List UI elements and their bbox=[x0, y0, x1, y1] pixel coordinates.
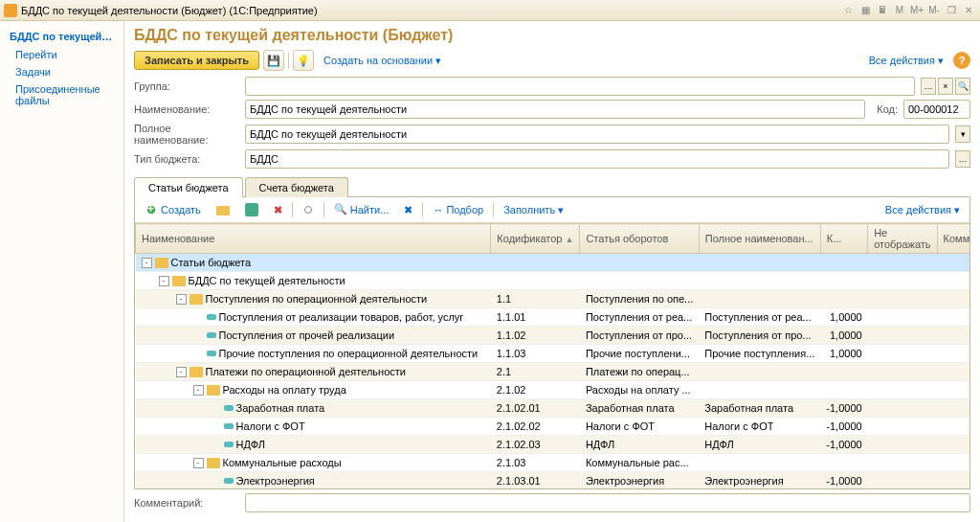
cell-full: Налоги с ФОТ bbox=[699, 418, 820, 436]
sidebar-item-tasks[interactable]: Задачи bbox=[0, 63, 123, 80]
table-row[interactable]: Заработная плата2.1.02.01Заработная плат… bbox=[136, 399, 970, 418]
row-name: Поступления по операционной деятельности bbox=[206, 293, 428, 305]
row-name: Поступления от реализации товаров, работ… bbox=[219, 311, 464, 323]
fullname-input[interactable] bbox=[245, 125, 949, 144]
table-row[interactable]: Поступления от прочей реализации1.1.02По… bbox=[136, 327, 970, 345]
titlebar: БДДС по текущей деятельности (Бюджет) (1… bbox=[0, 0, 980, 21]
leaf-icon bbox=[207, 351, 216, 356]
cell-full bbox=[699, 363, 820, 381]
grid-edit-button[interactable] bbox=[239, 201, 264, 218]
budget-type-input[interactable] bbox=[245, 149, 949, 169]
grid-delete-button[interactable]: ✖ bbox=[268, 202, 288, 218]
tb-icon-3[interactable]: 🖩 bbox=[875, 3, 890, 18]
all-actions-button[interactable]: Все действия ▾ bbox=[863, 52, 949, 70]
budget-type-select-icon[interactable]: … bbox=[955, 150, 970, 168]
folder-icon bbox=[155, 258, 168, 268]
help-icon[interactable]: ? bbox=[953, 52, 970, 69]
table-row[interactable]: -Поступления по операционной деятельност… bbox=[136, 290, 970, 308]
save-close-button[interactable]: Записать и закрыть bbox=[134, 51, 259, 70]
group-open-icon[interactable]: 🔍 bbox=[955, 78, 970, 95]
bulb-icon[interactable]: 💡 bbox=[293, 50, 314, 71]
articles-table: Наименование Кодификатор▲ Статья оборото… bbox=[135, 223, 969, 488]
grid-find-button[interactable]: 🔍Найти... bbox=[328, 201, 395, 218]
cell-turn: Коммунальные рас... bbox=[580, 454, 699, 472]
close-icon[interactable]: ✕ bbox=[961, 3, 976, 18]
table-row[interactable]: Налоги с ФОТ2.1.02.02Налоги с ФОТНалоги … bbox=[136, 418, 970, 436]
restore-icon[interactable]: ❐ bbox=[944, 3, 959, 18]
col-fullname[interactable]: Полное наименован... bbox=[699, 224, 820, 254]
cell-turn: Налоги с ФОТ bbox=[580, 418, 699, 436]
sidebar: БДДС по текущей де... Перейти Задачи При… bbox=[0, 21, 124, 522]
tab-accounts[interactable]: Счета бюджета bbox=[245, 177, 348, 197]
cell-k bbox=[820, 254, 867, 272]
tb-icon-2[interactable]: ▦ bbox=[858, 3, 873, 18]
table-row[interactable]: Электроэнергия2.1.03.01ЭлектроэнергияЭле… bbox=[136, 472, 970, 489]
row-name: БДДС по текущей деятельности bbox=[189, 275, 345, 286]
col-hide[interactable]: Не отображать bbox=[868, 224, 937, 254]
select-icon: ↔ bbox=[433, 204, 443, 216]
grid-all-actions-button[interactable]: Все действия ▾ bbox=[880, 202, 966, 218]
tree-expander[interactable]: - bbox=[193, 458, 204, 468]
table-row[interactable]: НДФЛ2.1.02.03НДФЛНДФЛ-1,0000 bbox=[136, 436, 970, 454]
fullname-label: Полное наименование: bbox=[134, 123, 239, 146]
name-input[interactable] bbox=[245, 100, 865, 119]
cell-full bbox=[699, 272, 820, 290]
cell-full: Поступления от про... bbox=[699, 327, 820, 345]
grid-add-folder-button[interactable] bbox=[211, 202, 235, 217]
grid-clear-find-button[interactable]: ✖ bbox=[398, 202, 418, 218]
cell-full: Электроэнергия bbox=[699, 472, 820, 489]
save-icon[interactable]: 💾 bbox=[263, 50, 284, 71]
cell-cod bbox=[491, 272, 580, 290]
col-comment[interactable]: Комментарий bbox=[937, 224, 969, 254]
cell-turn bbox=[580, 254, 699, 272]
cell-cod: 2.1.02.02 bbox=[491, 418, 580, 436]
mem-m[interactable]: M bbox=[892, 3, 907, 18]
fullname-dropdown-icon[interactable]: ▾ bbox=[955, 125, 970, 143]
col-turnover[interactable]: Статья оборотов bbox=[580, 224, 699, 254]
table-row[interactable]: -Статьи бюджета bbox=[136, 254, 970, 272]
table-row[interactable]: -Коммунальные расходы2.1.03Коммунальные … bbox=[136, 454, 970, 472]
sidebar-item-goto[interactable]: Перейти bbox=[0, 46, 123, 63]
create-base-button[interactable]: Создать на основании ▾ bbox=[318, 52, 447, 70]
grid-select-button[interactable]: ↔ Подбор bbox=[427, 202, 489, 217]
table-row[interactable]: Поступления от реализации товаров, работ… bbox=[136, 308, 970, 327]
group-input[interactable] bbox=[245, 77, 915, 96]
table-row[interactable]: -Платежи по операционной деятельности2.1… bbox=[136, 363, 970, 381]
table-row[interactable]: -Расходы на оплату труда2.1.02Расходы на… bbox=[136, 381, 970, 399]
col-k[interactable]: К... bbox=[820, 224, 867, 254]
cell-k: -1,0000 bbox=[820, 418, 867, 436]
comment-label: Комментарий: bbox=[134, 497, 239, 509]
code-input[interactable] bbox=[903, 100, 970, 119]
tree-expander[interactable]: - bbox=[142, 258, 152, 268]
group-clear-icon[interactable]: × bbox=[938, 78, 953, 95]
sidebar-title: БДДС по текущей де... bbox=[0, 27, 123, 46]
tb-icon-1[interactable]: ☆ bbox=[840, 3, 856, 18]
tree-expander[interactable]: - bbox=[159, 276, 169, 286]
row-name: Заработная плата bbox=[236, 402, 325, 414]
tree-expander[interactable]: - bbox=[193, 385, 204, 396]
cell-cod: 2.1.02.03 bbox=[491, 436, 580, 454]
grid-create-button[interactable]: Создать bbox=[139, 201, 207, 218]
sidebar-item-files[interactable]: Присоединенные файлы bbox=[0, 80, 123, 109]
mem-mminus[interactable]: M- bbox=[926, 3, 942, 18]
mem-mplus[interactable]: M+ bbox=[909, 3, 924, 18]
grid-search-button[interactable] bbox=[297, 202, 320, 217]
group-select-icon[interactable]: … bbox=[921, 78, 936, 95]
row-name: Статьи бюджета bbox=[171, 257, 252, 268]
table-row[interactable]: -БДДС по текущей деятельности bbox=[136, 272, 970, 290]
grid-fill-button[interactable]: Заполнить ▾ bbox=[498, 202, 569, 218]
comment-input[interactable] bbox=[245, 493, 970, 512]
name-label: Наименование: bbox=[134, 103, 239, 115]
tab-articles[interactable]: Статьи бюджета bbox=[134, 177, 243, 197]
cell-turn: Поступления по опе... bbox=[580, 290, 699, 308]
col-name[interactable]: Наименование bbox=[136, 224, 491, 254]
tree-expander[interactable]: - bbox=[176, 294, 187, 305]
cell-turn: Платежи по операц... bbox=[580, 363, 699, 381]
cell-cod: 2.1.02.01 bbox=[491, 399, 580, 418]
tree-expander[interactable]: - bbox=[176, 367, 187, 377]
col-codifier[interactable]: Кодификатор▲ bbox=[491, 224, 580, 254]
window-title: БДДС по текущей деятельности (Бюджет) (1… bbox=[21, 5, 318, 16]
leaf-icon bbox=[207, 332, 216, 338]
budget-type-label: Тип бюджета: bbox=[134, 153, 239, 165]
table-row[interactable]: Прочие поступления по операционной деяте… bbox=[136, 345, 970, 363]
